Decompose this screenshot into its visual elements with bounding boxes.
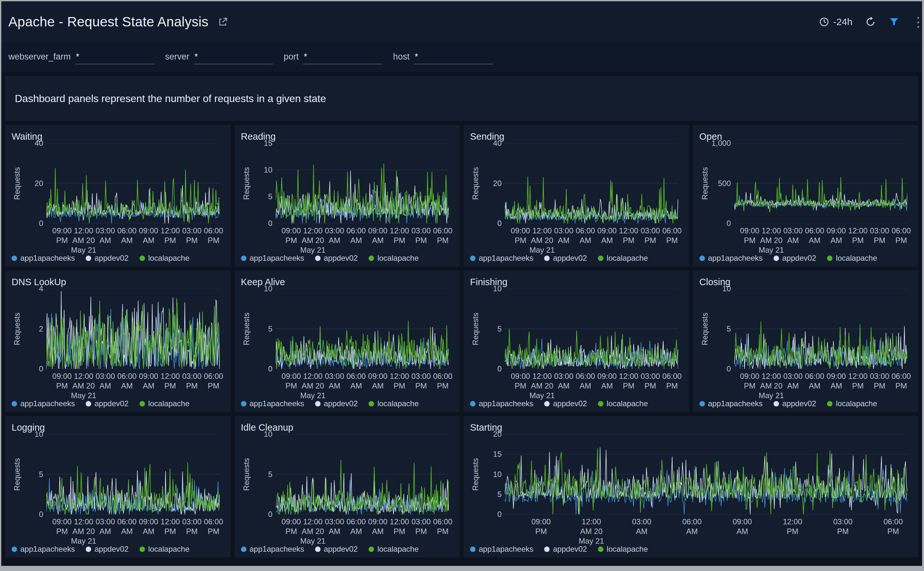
clock-icon [819,17,829,27]
filter-button[interactable] [888,16,899,27]
legend-item-appdev02[interactable]: appdev02 [544,254,587,262]
legend-item-localapache[interactable]: localapache [598,254,648,262]
legend-item-app1apacheeks[interactable]: app1apacheeks [470,399,533,408]
x-tick-label: 06:00AM [576,372,595,391]
legend-dot [368,546,374,552]
chart-plot [276,434,449,514]
legend-item-app1apacheeks[interactable]: app1apacheeks [470,545,533,554]
y-tick-label: 5 [268,324,272,333]
legend-item-appdev02[interactable]: appdev02 [315,399,358,408]
y-tick-label: 0 [268,364,272,373]
legend-item-localapache[interactable]: localapache [139,254,189,262]
y-axis-ticks: 05001,000 [710,143,734,224]
x-tick-label: 06:00PM [433,517,452,536]
x-tick-label: 06:00PM [433,226,452,245]
legend-label: localapache [377,254,418,262]
legend-item-appdev02[interactable]: appdev02 [86,254,128,262]
legend-item-localapache[interactable]: localapache [139,399,189,408]
legend-item-appdev02[interactable]: appdev02 [86,545,128,554]
x-axis-ticks: 09:00PM12:00AM 20May 2103:00AM06:00AM09:… [734,224,908,251]
filter-port-input[interactable] [303,51,382,64]
x-tick-label: 03:00AM [96,372,115,391]
x-tick-label: 09:00AM [597,372,617,391]
legend-item-app1apacheeks[interactable]: app1apacheeks [241,545,304,554]
x-tick-label: 09:00AM [139,517,158,536]
x-tick-label: 09:00PM [740,226,759,245]
y-tick-label: 10 [264,165,272,174]
legend-dot [544,401,549,406]
legend-item-app1apacheeks[interactable]: app1apacheeks [12,254,75,262]
legend-item-localapache[interactable]: localapache [827,254,877,262]
share-icon[interactable] [217,16,228,27]
legend-item-appdev02[interactable]: appdev02 [315,545,358,554]
legend-item-app1apacheeks[interactable]: app1apacheeks [12,545,75,554]
y-tick-label: 20 [493,430,501,439]
x-axis-ticks: 09:00PM12:00AM 20May 2103:00AM06:00AM09:… [734,369,908,397]
y-tick-label: 5 [39,470,43,479]
y-tick-label: 5 [497,490,501,499]
legend-item-localapache[interactable]: localapache [827,399,877,408]
time-range-button[interactable]: -24h [819,16,853,27]
legend-dot [774,256,779,261]
legend-item-localapache[interactable]: localapache [139,545,189,554]
legend-label: app1apacheeks [708,399,763,408]
x-tick-label: 09:00PM [282,517,301,536]
chart-area: Requests051009:00PM12:00AM 20May 2103:00… [241,434,453,542]
y-tick-label: 10 [493,284,501,293]
x-tick-label: 12:00PM [619,226,638,245]
legend-item-localapache[interactable]: localapache [598,545,648,554]
legend-item-localapache[interactable]: localapache [368,399,418,408]
legend-label: appdev02 [94,254,128,262]
legend-item-localapache[interactable]: localapache [598,399,648,408]
x-axis-ticks: 09:00PM12:00AM 20May 2103:00AM06:00AM09:… [276,514,449,542]
legend-item-appdev02[interactable]: appdev02 [315,254,358,262]
filter-host-label: host [393,52,410,62]
x-tick-label: 09:00PM [531,517,551,536]
legend-item-app1apacheeks[interactable]: app1apacheeks [241,254,304,262]
legend-item-app1apacheeks[interactable]: app1apacheeks [470,254,533,262]
chart-plot [505,434,907,514]
legend-item-appdev02[interactable]: appdev02 [774,254,816,262]
kebab-menu-icon[interactable]: ⋮ [912,15,924,28]
x-tick-label: 12:00PM [390,517,409,536]
x-tick-label: 03:00AM [325,226,344,245]
panel-waiting: WaitingRequests0204009:00PM12:00AM 20May… [5,125,231,267]
x-tick-label: 12:00AM 20May 21 [300,226,326,255]
legend-dot [700,401,705,406]
y-axis-label: Requests [471,313,480,345]
y-axis-label: Requests [700,167,709,199]
legend-label: localapache [148,399,189,408]
filter-webserver-farm-input[interactable] [75,51,154,64]
filter-host-input[interactable] [414,51,493,64]
legend-dot [315,401,320,406]
legend-dot [774,401,779,406]
x-tick-label: 03:00PM [182,517,201,536]
x-tick-label: 09:00PM [511,372,530,391]
legend-item-app1apacheeks[interactable]: app1apacheeks [700,254,763,262]
x-tick-label: 03:00PM [412,517,431,536]
x-tick-label: 12:00PM [161,226,180,245]
header-actions: -24h [819,16,899,27]
series-line-localapache [276,164,449,224]
x-tick-label: 12:00PM [619,372,638,391]
refresh-button[interactable] [865,17,876,27]
legend-item-app1apacheeks[interactable]: app1apacheeks [700,399,763,408]
x-tick-label: 09:00PM [740,372,759,391]
legend-item-appdev02[interactable]: appdev02 [86,399,128,408]
legend-item-localapache[interactable]: localapache [368,254,418,262]
legend-item-app1apacheeks[interactable]: app1apacheeks [12,399,75,408]
legend-item-appdev02[interactable]: appdev02 [774,399,816,408]
x-tick-label: 06:00PM [662,372,682,391]
legend-item-appdev02[interactable]: appdev02 [544,545,587,554]
legend-dot [139,256,145,261]
filter-server-input[interactable] [194,51,273,64]
chart-plot [276,143,449,224]
legend-item-appdev02[interactable]: appdev02 [544,399,587,408]
legend-dot [139,401,145,406]
y-axis-ticks: 0510 [23,434,46,514]
legend-item-app1apacheeks[interactable]: app1apacheeks [241,399,304,408]
filter-webserver-farm-label: webserver_farm [8,52,71,62]
x-tick-label: 12:00AM 20May 21 [759,372,784,400]
chart-area: Requests05101509:00PM12:00AM 20May 2103:… [241,143,453,251]
legend-item-localapache[interactable]: localapache [368,545,418,554]
